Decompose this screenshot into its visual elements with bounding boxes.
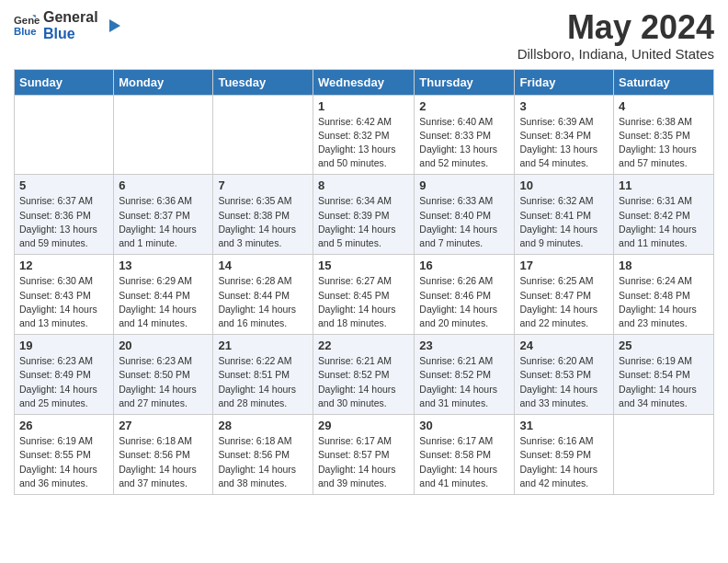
sunset-text: Sunset: 8:52 PM [318, 369, 390, 380]
cell-content: Sunrise: 6:28 AMSunset: 8:44 PMDaylight:… [218, 274, 308, 330]
col-saturday: Saturday [614, 69, 714, 95]
daylight-text: Daylight: 14 hours and 36 minutes. [19, 464, 97, 488]
daylight-text: Daylight: 14 hours and 34 minutes. [619, 384, 697, 408]
daylight-text: Daylight: 14 hours and 30 minutes. [318, 384, 396, 408]
daylight-text: Daylight: 14 hours and 28 minutes. [218, 384, 296, 408]
sunrise-text: Sunrise: 6:33 AM [419, 195, 493, 206]
daylight-text: Daylight: 14 hours and 42 minutes. [519, 464, 597, 488]
calendar-cell: 19Sunrise: 6:23 AMSunset: 8:49 PMDayligh… [15, 335, 114, 415]
cell-content: Sunrise: 6:31 AMSunset: 8:42 PMDaylight:… [619, 194, 709, 250]
daylight-text: Daylight: 14 hours and 20 minutes. [419, 304, 497, 328]
sunset-text: Sunset: 8:41 PM [519, 210, 591, 221]
cell-content: Sunrise: 6:18 AMSunset: 8:56 PMDaylight:… [218, 434, 308, 490]
calendar-table: Sunday Monday Tuesday Wednesday Thursday… [14, 69, 714, 495]
sunset-text: Sunset: 8:43 PM [19, 290, 91, 301]
sunset-text: Sunset: 8:44 PM [119, 290, 190, 301]
sunset-text: Sunset: 8:35 PM [619, 130, 690, 141]
sunset-text: Sunset: 8:48 PM [619, 290, 690, 301]
calendar-cell: 23Sunrise: 6:21 AMSunset: 8:52 PMDayligh… [415, 335, 515, 415]
sunset-text: Sunset: 8:37 PM [119, 210, 190, 221]
logo-arrow-icon [102, 16, 122, 36]
sunrise-text: Sunrise: 6:40 AM [419, 116, 493, 127]
calendar-week-row: 19Sunrise: 6:23 AMSunset: 8:49 PMDayligh… [15, 335, 714, 415]
sunrise-text: Sunrise: 6:37 AM [19, 195, 93, 206]
cell-content: Sunrise: 6:37 AMSunset: 8:36 PMDaylight:… [19, 194, 108, 250]
sunrise-text: Sunrise: 6:17 AM [318, 435, 392, 446]
calendar-cell: 14Sunrise: 6:28 AMSunset: 8:44 PMDayligh… [213, 255, 313, 335]
sunrise-text: Sunrise: 6:19 AM [19, 435, 93, 446]
daylight-text: Daylight: 14 hours and 33 minutes. [519, 384, 597, 408]
day-number: 5 [19, 178, 108, 192]
cell-content: Sunrise: 6:33 AMSunset: 8:40 PMDaylight:… [419, 194, 509, 250]
day-number: 30 [419, 419, 509, 432]
sunrise-text: Sunrise: 6:42 AM [318, 116, 392, 127]
day-number: 22 [318, 339, 409, 352]
calendar-cell: 21Sunrise: 6:22 AMSunset: 8:51 PMDayligh… [213, 335, 313, 415]
calendar-cell: 25Sunrise: 6:19 AMSunset: 8:54 PMDayligh… [614, 335, 714, 415]
cell-content: Sunrise: 6:25 AMSunset: 8:47 PMDaylight:… [519, 274, 609, 330]
sunrise-text: Sunrise: 6:21 AM [419, 355, 493, 366]
cell-content: Sunrise: 6:20 AMSunset: 8:53 PMDaylight:… [519, 354, 609, 410]
sunrise-text: Sunrise: 6:30 AM [19, 275, 93, 286]
sunrise-text: Sunrise: 6:34 AM [318, 195, 392, 206]
cell-content: Sunrise: 6:22 AMSunset: 8:51 PMDaylight:… [218, 354, 308, 410]
calendar-cell: 28Sunrise: 6:18 AMSunset: 8:56 PMDayligh… [213, 415, 313, 495]
cell-content: Sunrise: 6:29 AMSunset: 8:44 PMDaylight:… [119, 274, 208, 330]
cell-content: Sunrise: 6:19 AMSunset: 8:55 PMDaylight:… [19, 434, 108, 490]
logo-icon: General Blue [14, 13, 40, 39]
day-number: 7 [218, 178, 308, 192]
sunrise-text: Sunrise: 6:23 AM [19, 355, 93, 366]
calendar-cell: 16Sunrise: 6:26 AMSunset: 8:46 PMDayligh… [415, 255, 515, 335]
col-friday: Friday [515, 69, 614, 95]
daylight-text: Daylight: 13 hours and 57 minutes. [619, 144, 697, 168]
calendar-cell: 20Sunrise: 6:23 AMSunset: 8:50 PMDayligh… [114, 335, 213, 415]
calendar-cell: 8Sunrise: 6:34 AMSunset: 8:39 PMDaylight… [313, 175, 414, 255]
sunrise-text: Sunrise: 6:28 AM [218, 275, 291, 286]
calendar-week-row: 1Sunrise: 6:42 AMSunset: 8:32 PMDaylight… [15, 95, 714, 175]
daylight-text: Daylight: 14 hours and 38 minutes. [218, 464, 296, 488]
title-section: May 2024 Dillsboro, Indiana, United Stat… [518, 9, 714, 62]
day-number: 28 [218, 419, 308, 432]
sunset-text: Sunset: 8:47 PM [519, 290, 591, 301]
calendar-cell: 12Sunrise: 6:30 AMSunset: 8:43 PMDayligh… [15, 255, 114, 335]
cell-content: Sunrise: 6:23 AMSunset: 8:49 PMDaylight:… [19, 354, 108, 410]
daylight-text: Daylight: 14 hours and 16 minutes. [218, 304, 296, 328]
sunrise-text: Sunrise: 6:29 AM [119, 275, 192, 286]
sunset-text: Sunset: 8:40 PM [419, 210, 491, 221]
cell-content: Sunrise: 6:42 AMSunset: 8:32 PMDaylight:… [318, 115, 409, 171]
sunrise-text: Sunrise: 6:27 AM [318, 275, 392, 286]
day-number: 3 [519, 99, 609, 113]
daylight-text: Daylight: 14 hours and 3 minutes. [218, 224, 296, 248]
day-number: 14 [218, 259, 308, 272]
daylight-text: Daylight: 14 hours and 18 minutes. [318, 304, 396, 328]
sunrise-text: Sunrise: 6:21 AM [318, 355, 392, 366]
cell-content: Sunrise: 6:17 AMSunset: 8:57 PMDaylight:… [318, 434, 409, 490]
sunset-text: Sunset: 8:53 PM [519, 369, 591, 380]
sunrise-text: Sunrise: 6:24 AM [619, 275, 692, 286]
daylight-text: Daylight: 13 hours and 52 minutes. [419, 144, 497, 168]
daylight-text: Daylight: 14 hours and 9 minutes. [519, 224, 597, 248]
sunset-text: Sunset: 8:33 PM [419, 130, 491, 141]
calendar-cell: 17Sunrise: 6:25 AMSunset: 8:47 PMDayligh… [515, 255, 614, 335]
calendar-cell: 30Sunrise: 6:17 AMSunset: 8:58 PMDayligh… [415, 415, 515, 495]
sunset-text: Sunset: 8:51 PM [218, 369, 290, 380]
day-number: 10 [519, 178, 609, 192]
day-number: 31 [519, 419, 609, 432]
day-number: 19 [19, 339, 108, 352]
day-number: 26 [19, 419, 108, 432]
cell-content: Sunrise: 6:17 AMSunset: 8:58 PMDaylight:… [419, 434, 509, 490]
cell-content: Sunrise: 6:35 AMSunset: 8:38 PMDaylight:… [218, 194, 308, 250]
sunrise-text: Sunrise: 6:17 AM [419, 435, 493, 446]
location-subtitle: Dillsboro, Indiana, United States [518, 46, 714, 62]
day-number: 29 [318, 419, 409, 432]
daylight-text: Daylight: 13 hours and 59 minutes. [19, 224, 97, 248]
cell-content: Sunrise: 6:36 AMSunset: 8:37 PMDaylight:… [119, 194, 208, 250]
day-number: 27 [119, 419, 208, 432]
cell-content: Sunrise: 6:32 AMSunset: 8:41 PMDaylight:… [519, 194, 609, 250]
sunrise-text: Sunrise: 6:18 AM [218, 435, 291, 446]
day-number: 17 [519, 259, 609, 272]
calendar-week-row: 5Sunrise: 6:37 AMSunset: 8:36 PMDaylight… [15, 175, 714, 255]
sunset-text: Sunset: 8:36 PM [19, 210, 91, 221]
sunrise-text: Sunrise: 6:32 AM [519, 195, 593, 206]
day-number: 21 [218, 339, 308, 352]
